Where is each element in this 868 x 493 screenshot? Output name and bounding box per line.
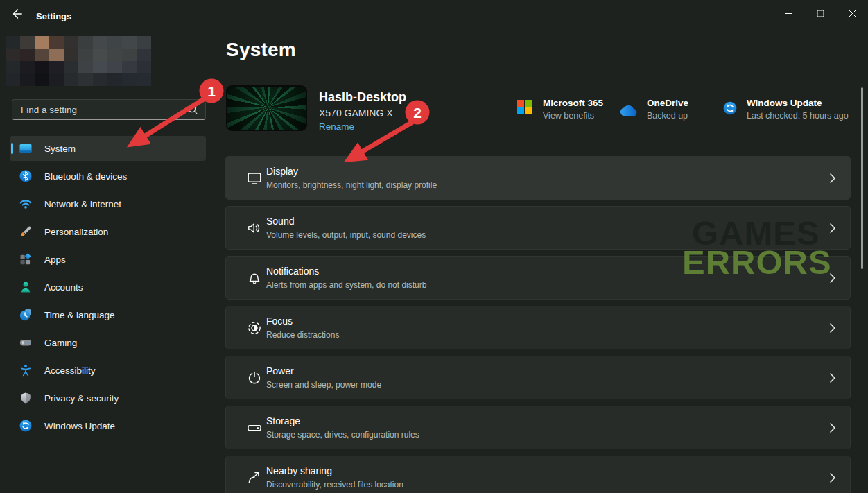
- settings-item-title: Power: [266, 365, 381, 377]
- search-input[interactable]: [12, 105, 187, 115]
- chevron-right-icon: [829, 322, 836, 334]
- settings-item-title: Sound: [266, 216, 426, 227]
- sidebar-item-label: Network & internet: [44, 199, 121, 209]
- page-title: System: [226, 39, 296, 61]
- sidebar-item-label: Gaming: [44, 338, 77, 348]
- sidebar-item-label: Accessibility: [44, 365, 96, 376]
- sidebar-item-label: Personalization: [44, 227, 108, 237]
- nearby-sharing-icon: [246, 469, 263, 486]
- settings-item-storage[interactable]: Storage Storage space, drives, configura…: [225, 406, 851, 449]
- windows-update-status-icon: [722, 101, 738, 116]
- annotation-number-1: 1: [207, 83, 216, 99]
- gamepad-icon: [19, 336, 33, 349]
- focus-icon: [246, 320, 263, 336]
- shield-icon: [19, 391, 33, 405]
- settings-list: Display Monitors, brightness, night ligh…: [225, 156, 851, 493]
- status-card-title: Microsoft 365: [543, 98, 603, 108]
- settings-item-title: Focus: [266, 315, 339, 327]
- windows-update-icon: [19, 419, 33, 433]
- sidebar-item-privacy-security[interactable]: Privacy & security: [10, 386, 206, 410]
- system-icon: [19, 141, 33, 155]
- sidebar-item-gaming[interactable]: Gaming: [10, 330, 206, 355]
- settings-item-title: Nearby sharing: [266, 465, 403, 476]
- user-avatar-blurred[interactable]: [6, 36, 151, 86]
- display-icon: [246, 170, 263, 187]
- sidebar-item-accessibility[interactable]: Accessibility: [10, 358, 206, 383]
- status-card-onedrive[interactable]: OneDrive Backed up: [620, 98, 688, 121]
- sidebar-item-windows-update[interactable]: Windows Update: [10, 413, 206, 438]
- settings-item-nearby-sharing[interactable]: Nearby sharing Discoverability, received…: [225, 456, 851, 493]
- sidebar-item-bluetooth-devices[interactable]: Bluetooth & devices: [10, 164, 206, 189]
- scrollbar[interactable]: [861, 87, 863, 269]
- settings-item-display[interactable]: Display Monitors, brightness, night ligh…: [225, 156, 851, 200]
- onedrive-cloud-icon: [620, 104, 641, 117]
- maximize-icon: [817, 10, 824, 17]
- close-icon: [849, 10, 856, 17]
- annotation-number-2: 2: [413, 105, 422, 121]
- chevron-right-icon: [829, 372, 836, 383]
- annotation-badge-2: [406, 101, 430, 125]
- sidebar-item-network-internet[interactable]: Network & internet: [10, 191, 206, 216]
- chevron-right-icon: [829, 422, 836, 433]
- accessibility-person-icon: [19, 363, 33, 377]
- sidebar-item-time-language[interactable]: Time & language: [10, 302, 206, 327]
- sidebar-item-accounts[interactable]: Accounts: [10, 275, 206, 300]
- status-card-windows-update[interactable]: Windows Update Last checked: 5 hours ago: [722, 98, 849, 121]
- app-title: Settings: [36, 11, 71, 21]
- storage-drive-icon: [246, 420, 263, 436]
- status-card-subtitle: View benefits: [543, 111, 603, 121]
- settings-item-title: Storage: [266, 415, 419, 426]
- sidebar-item-personalization[interactable]: Personalization: [10, 219, 206, 244]
- settings-item-subtitle: Screen and sleep, power mode: [266, 380, 381, 390]
- minimize-icon: [785, 10, 792, 17]
- person-icon: [19, 280, 33, 294]
- settings-item-title: Display: [266, 166, 437, 177]
- status-card-title: Windows Update: [747, 98, 849, 108]
- selection-indicator: [11, 143, 13, 154]
- sidebar-item-label: Apps: [44, 254, 66, 265]
- settings-item-subtitle: Volume levels, output, input, sound devi…: [266, 230, 426, 240]
- sidebar-item-label: System: [44, 144, 76, 154]
- sidebar-item-label: Windows Update: [44, 421, 115, 431]
- chevron-right-icon: [829, 223, 836, 234]
- sidebar-item-label: Privacy & security: [44, 393, 119, 404]
- sidebar-item-apps[interactable]: Apps: [10, 247, 206, 272]
- back-button[interactable]: [7, 5, 28, 23]
- sidebar-item-system[interactable]: System: [10, 136, 206, 161]
- settings-item-subtitle: Storage space, drives, configuration rul…: [266, 430, 419, 440]
- sidebar-item-label: Bluetooth & devices: [44, 171, 127, 182]
- clock-globe-icon: [19, 308, 33, 322]
- chevron-right-icon: [829, 173, 836, 184]
- notifications-bell-icon: [246, 270, 263, 286]
- close-button[interactable]: [836, 0, 868, 26]
- settings-item-focus[interactable]: Focus Reduce distractions: [225, 306, 851, 349]
- wifi-icon: [19, 197, 33, 211]
- power-icon: [246, 370, 263, 386]
- sound-icon: [246, 220, 263, 236]
- status-card-title: OneDrive: [647, 98, 688, 108]
- microsoft-logo-icon: [517, 100, 532, 114]
- apps-icon: [19, 252, 33, 266]
- settings-item-subtitle: Alerts from apps and system, do not dist…: [266, 280, 426, 290]
- bluetooth-icon: [19, 169, 33, 183]
- device-model: X570 GAMING X: [319, 107, 393, 119]
- settings-window: Settings System: [0, 0, 868, 493]
- watermark-errors: ERRORS: [682, 243, 832, 282]
- rename-link[interactable]: Rename: [319, 121, 354, 132]
- window-controls: [772, 0, 868, 26]
- sidebar-nav: System Bluetooth & devices Network & int…: [10, 136, 206, 441]
- search-icon: [187, 104, 198, 115]
- titlebar: Settings: [0, 0, 868, 28]
- settings-item-title: Notifications: [266, 266, 426, 277]
- maximize-button[interactable]: [804, 0, 836, 26]
- back-arrow-icon: [11, 8, 24, 20]
- settings-item-power[interactable]: Power Screen and sleep, power mode: [225, 356, 851, 399]
- search-box[interactable]: [12, 99, 206, 120]
- settings-item-subtitle: Discoverability, received files location: [266, 480, 403, 490]
- device-name: Hasib-Desktop: [319, 90, 406, 105]
- minimize-button[interactable]: [772, 0, 804, 26]
- status-card-microsoft-365[interactable]: Microsoft 365 View benefits: [517, 98, 603, 121]
- sidebar-item-label: Time & language: [44, 310, 115, 320]
- brush-icon: [19, 225, 33, 239]
- settings-item-subtitle: Monitors, brightness, night light, displ…: [266, 180, 437, 190]
